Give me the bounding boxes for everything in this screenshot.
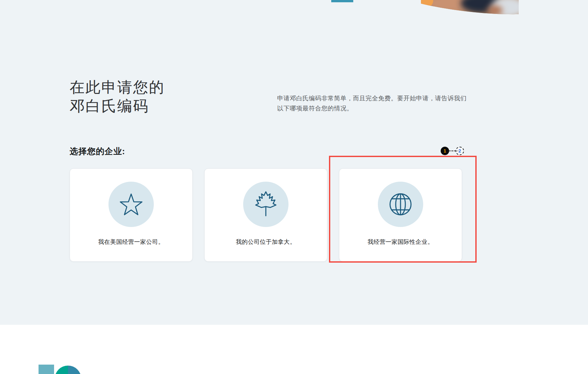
option-card-us-company[interactable]: 我在美国经营一家公司。 [70, 168, 193, 262]
option-card-label: 我的公司位于加拿大。 [236, 238, 296, 246]
page-description-line2: 以下哪项最符合您的情况。 [277, 103, 484, 113]
chooser-label: 选择您的企业: [70, 146, 125, 157]
option-card-label: 我在美国经营一家公司。 [98, 238, 164, 246]
business-option-cards: 我在美国经营一家公司。 我的公司位于加拿大。 我经 [70, 168, 462, 262]
star-icon-circle [108, 182, 154, 227]
hero-photo-image [421, 0, 519, 15]
page-description: 申请邓白氏编码非常简单，而且完全免费。要开始申请，请告诉我们 以下哪项最符合您的… [277, 93, 484, 113]
page: 在此申请您的 邓白氏编码 申请邓白氏编码非常简单，而且完全免费。要开始申请，请告… [0, 0, 588, 374]
hero-photo [421, 0, 519, 15]
page-title: 在此申请您的 邓白氏编码 [70, 78, 165, 115]
page-title-line2: 邓白氏编码 [70, 96, 165, 115]
orange-circle-graphic [421, 0, 433, 7]
globe-icon [386, 190, 415, 219]
logo-dome-fragment [55, 366, 81, 374]
maple-leaf-icon-circle [243, 182, 288, 227]
top-button-fragment[interactable] [331, 0, 353, 2]
option-card-label: 我经营一家国际性企业。 [368, 238, 434, 246]
annotation-badge-1: 1 [441, 147, 449, 155]
globe-icon-circle [378, 182, 423, 227]
page-description-line1: 申请邓白氏编码非常简单，而且完全免费。要开始申请，请告诉我们 [277, 93, 484, 103]
footer-section-background [0, 325, 588, 374]
star-icon [117, 190, 145, 219]
option-card-canada-company[interactable]: 我的公司位于加拿大。 [204, 168, 327, 262]
logo-square-fragment [39, 365, 54, 374]
annotation-badge-2: 2 [456, 147, 464, 155]
page-title-line1: 在此申请您的 [70, 78, 165, 96]
maple-leaf-icon [252, 190, 280, 219]
option-card-international-company[interactable]: 我经营一家国际性企业。 [339, 168, 462, 262]
hero-section-background [0, 0, 588, 325]
